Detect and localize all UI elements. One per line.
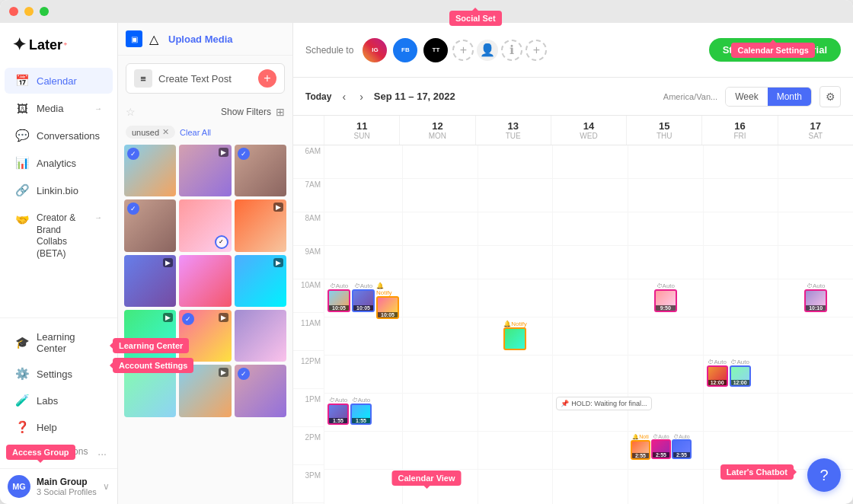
add-social-button-4[interactable]: + — [526, 40, 547, 61]
cell-mon-6am[interactable] — [402, 145, 478, 179]
cell-sun-9am[interactable] — [324, 246, 402, 279]
cell-wed-10am[interactable] — [552, 279, 628, 317]
filter-icon[interactable]: ⊞ — [276, 106, 285, 118]
cell-mon-10am[interactable] — [402, 279, 478, 317]
cell-thu-3pm[interactable] — [628, 470, 703, 504]
cell-fri-10am[interactable] — [703, 279, 778, 317]
sidebar-item-conversations[interactable]: 💬 Conversations — [5, 123, 113, 148]
cell-tue-9am[interactable] — [478, 246, 553, 279]
logo[interactable]: ✦ Later ⁺ — [0, 29, 117, 67]
sidebar-item-calendar[interactable]: 📅 Calendar — [5, 68, 113, 94]
cell-fri-9am[interactable] — [703, 246, 778, 279]
start-trial-button[interactable]: Start 14-Day Free Trial — [709, 38, 841, 62]
cell-tue-2pm[interactable] — [478, 432, 553, 470]
cell-fri-11am[interactable] — [703, 317, 778, 356]
cell-sun-3pm[interactable] — [324, 470, 402, 504]
dropbox-icon[interactable]: ▣ — [126, 30, 142, 47]
media-thumb-13[interactable] — [124, 365, 176, 416]
cell-sat-8am[interactable] — [778, 212, 853, 246]
media-thumb-11[interactable]: ✓ ▶ — [179, 310, 231, 362]
cell-thu-6am[interactable] — [628, 145, 703, 179]
cal-scroll[interactable]: 6AM 7AM — [293, 145, 853, 504]
sidebar-item-analytics[interactable]: 📊 Analytics — [5, 150, 113, 176]
cell-sat-9am[interactable] — [778, 246, 853, 279]
cell-wed-3pm[interactable] — [552, 470, 628, 504]
cell-fri-2pm[interactable] — [703, 432, 778, 470]
upload-label[interactable]: Upload Media — [168, 33, 233, 45]
media-thumb-4[interactable]: ✓ — [124, 199, 176, 251]
media-thumb-15[interactable]: ✓ — [235, 365, 286, 416]
cell-wed-11am[interactable] — [552, 317, 628, 356]
cell-fri-3pm[interactable] — [703, 470, 778, 504]
cell-thu-7am[interactable] — [628, 179, 703, 212]
media-thumb-2[interactable]: ▶ — [179, 145, 231, 196]
tag-remove-icon[interactable]: ✕ — [162, 127, 169, 137]
sidebar-item-labs[interactable]: 🧪 Labs — [5, 388, 113, 413]
sidebar-footer[interactable]: MG Main Group 3 Social Profiles ∨ — [0, 468, 117, 504]
cell-sun-1pm[interactable]: ⏱Auto 1:55 ⏱Auto 1:55 — [324, 394, 402, 432]
sidebar-item-learning[interactable]: 🎓 Learning Center — [5, 325, 113, 360]
sidebar-item-settings[interactable]: ⚙️ Settings — [5, 361, 113, 387]
media-thumb-8[interactable] — [179, 255, 231, 307]
cell-mon-12pm[interactable] — [402, 356, 478, 394]
drive-icon[interactable]: △ — [145, 30, 162, 47]
cell-sun-10am[interactable]: ⏱Auto 10:05 ⏱Auto 10:05 — [324, 279, 402, 317]
sidebar-item-help[interactable]: ❓ Help — [5, 414, 113, 440]
cell-sun-12pm[interactable] — [324, 356, 402, 394]
chatbot-button[interactable]: ? — [807, 458, 841, 492]
add-social-button[interactable]: + — [452, 40, 474, 61]
cell-mon-8am[interactable] — [402, 212, 478, 246]
create-post-plus[interactable]: + — [258, 69, 276, 88]
next-week-button[interactable]: › — [356, 89, 366, 104]
cell-thu-8am[interactable] — [628, 212, 703, 246]
add-social-button-3[interactable]: ℹ — [501, 40, 522, 61]
cell-sat-7am[interactable] — [778, 179, 853, 212]
cell-sun-8am[interactable] — [324, 212, 402, 246]
cell-sat-12pm[interactable] — [778, 356, 853, 394]
cell-sun-2pm[interactable] — [324, 432, 402, 470]
media-thumb-9[interactable]: ▶ — [235, 255, 286, 307]
cell-mon-9am[interactable] — [402, 246, 478, 279]
media-thumb-7[interactable]: ▶ — [124, 255, 176, 307]
social-ig[interactable]: IG — [361, 37, 388, 64]
sidebar-item-creator[interactable]: 🤝 Creator & BrandCollabs (BETA) → — [5, 205, 113, 266]
media-thumb-10[interactable]: ▶ — [124, 310, 176, 362]
cell-sat-10am[interactable]: ⏱Auto 10:10 — [778, 279, 853, 317]
cell-mon-11am[interactable] — [402, 317, 478, 356]
media-thumb-6[interactable]: ▶ — [235, 199, 286, 251]
media-thumb-5[interactable]: ✓ — [179, 199, 231, 251]
prev-week-button[interactable]: ‹ — [339, 89, 349, 104]
cell-thu-10am[interactable]: ⏱Auto 9:50 — [628, 279, 703, 317]
social-fb[interactable]: FB — [391, 37, 419, 64]
cell-thu-9am[interactable] — [628, 246, 703, 279]
month-view-button[interactable]: Month — [768, 88, 811, 106]
create-post-bar[interactable]: ≡ Create Text Post + — [126, 63, 285, 94]
cell-wed-6am[interactable] — [552, 145, 628, 179]
cell-tue-6am[interactable] — [478, 145, 553, 179]
cell-sat-11am[interactable] — [778, 317, 853, 356]
cell-wed-9am[interactable] — [552, 246, 628, 279]
cell-fri-6am[interactable] — [703, 145, 778, 179]
cell-tue-3pm[interactable] — [478, 470, 553, 504]
close-btn[interactable] — [9, 7, 18, 16]
cell-fri-1pm[interactable] — [703, 394, 778, 432]
today-button[interactable]: Today — [305, 91, 331, 102]
cell-sun-7am[interactable] — [324, 179, 402, 212]
minimize-btn[interactable] — [24, 7, 34, 16]
star-icon[interactable]: ☆ — [126, 106, 136, 118]
cell-sun-11am[interactable] — [324, 317, 402, 356]
cell-wed-2pm[interactable] — [552, 432, 628, 470]
clear-all[interactable]: Clear All — [180, 128, 211, 137]
cell-mon-1pm[interactable] — [402, 394, 478, 432]
cell-mon-2pm[interactable] — [402, 432, 478, 470]
cell-tue-1pm[interactable] — [478, 394, 553, 432]
cell-fri-12pm[interactable]: ⏱Auto 12:00 ⏱Auto 12:00 — [703, 356, 778, 394]
cell-sat-6am[interactable] — [778, 145, 853, 179]
add-social-button-2[interactable]: 👤 — [477, 40, 498, 61]
cell-fri-7am[interactable] — [703, 179, 778, 212]
cell-tue-12pm[interactable] — [478, 356, 553, 394]
cell-thu-12pm[interactable] — [628, 356, 703, 394]
show-filters[interactable]: Show Filters — [221, 107, 271, 117]
maximize-btn[interactable] — [40, 7, 49, 16]
cell-mon-3pm[interactable] — [402, 470, 478, 504]
